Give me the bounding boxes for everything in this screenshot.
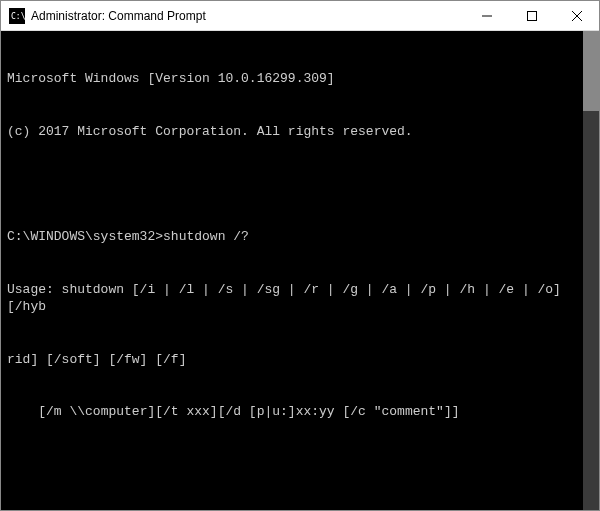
typed-command: shutdown /?: [163, 229, 249, 244]
window-title: Administrator: Command Prompt: [31, 9, 464, 23]
console-blank: [7, 175, 593, 193]
console-blank: [7, 456, 593, 474]
svg-text:C:\: C:\: [11, 12, 25, 21]
maximize-button[interactable]: [509, 1, 554, 30]
svg-rect-3: [527, 11, 536, 20]
minimize-button[interactable]: [464, 1, 509, 30]
scroll-thumb[interactable]: [583, 31, 599, 111]
prompt-line: C:\WINDOWS\system32>shutdown /?: [7, 228, 593, 246]
close-button[interactable]: [554, 1, 599, 30]
help-table: No argsDisplay help. This is the same as…: [7, 509, 593, 510]
vertical-scrollbar[interactable]: [583, 31, 599, 510]
resize-grip[interactable]: [585, 496, 599, 510]
window-controls: [464, 1, 599, 30]
usage-line: rid] [/soft] [/fw] [/f]: [7, 351, 593, 369]
titlebar[interactable]: C:\ Administrator: Command Prompt: [1, 1, 599, 31]
console-line: (c) 2017 Microsoft Corporation. All righ…: [7, 123, 593, 141]
command-prompt-window: C:\ Administrator: Command Prompt Micros…: [0, 0, 600, 511]
usage-line: [/m \\computer][/t xxx][/d [p|u:]xx:yy […: [7, 403, 593, 421]
console-line: Microsoft Windows [Version 10.0.16299.30…: [7, 70, 593, 88]
prompt-path: C:\WINDOWS\system32>: [7, 229, 163, 244]
cmd-icon: C:\: [9, 8, 25, 24]
console-area[interactable]: Microsoft Windows [Version 10.0.16299.30…: [1, 31, 599, 510]
usage-line: Usage: shutdown [/i | /l | /s | /sg | /r…: [7, 281, 593, 316]
